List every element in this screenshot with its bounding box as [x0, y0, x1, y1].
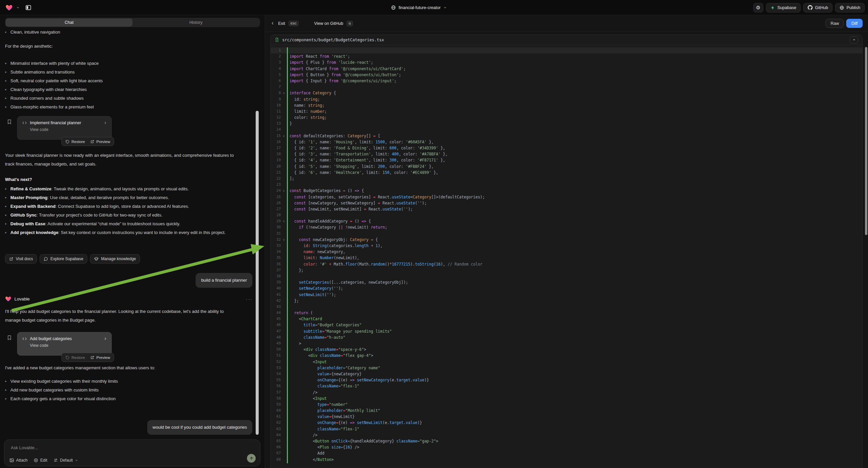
code-line: 54 value={newCategory}	[271, 371, 862, 377]
fold-spacer	[281, 383, 287, 389]
fold-spacer	[281, 408, 287, 414]
visit-docs-button[interactable]: Visit docs	[5, 254, 37, 264]
file-bar[interactable]: src/components/budget/BudgetCategories.t…	[271, 35, 862, 45]
line-number: 53	[271, 365, 281, 371]
fold-spacer	[281, 438, 287, 444]
settings-button[interactable]: ⚙	[753, 3, 763, 12]
code-icon	[22, 120, 27, 125]
diff-toggle-button[interactable]: Diff	[846, 19, 863, 28]
list-item: Minimalist interface with plenty of whit…	[0, 59, 242, 68]
publish-button[interactable]: Publish	[835, 3, 865, 12]
code-line: 2import React from 'react';	[271, 53, 862, 59]
code-text: const BudgetCategories = () => {	[287, 188, 364, 194]
code-editor[interactable]: 12import React from 'react';3import { Pl…	[271, 47, 862, 463]
code-line: 9 id: string;	[271, 96, 862, 103]
message-menu-button[interactable]: ···	[246, 296, 253, 302]
exit-button[interactable]: Exit	[278, 21, 285, 26]
code-line: 55 onChange={(e) => setNewCategory(e.tar…	[271, 377, 862, 383]
explore-supabase-button[interactable]: Explore Supabase	[39, 254, 87, 264]
fold-chevron-icon[interactable]: ∨	[281, 90, 287, 96]
file-added-icon	[275, 38, 279, 42]
code-text: value={newCategory}	[287, 371, 362, 377]
fold-chevron-icon[interactable]: ∨	[281, 218, 287, 224]
fold-spacer	[281, 200, 287, 206]
list-item: Clean, intuitive navigation	[0, 28, 242, 37]
fold-spacer	[281, 396, 287, 402]
view-code-link[interactable]: View code	[18, 125, 112, 132]
send-button[interactable]	[247, 454, 256, 463]
lovable-logo-heart-icon[interactable]	[5, 4, 13, 11]
github-button[interactable]: GitHub	[803, 3, 832, 12]
code-line: 40 setNewCategory('');	[271, 285, 862, 291]
github-icon	[808, 5, 813, 10]
fold-chevron-icon[interactable]: ∨	[281, 188, 287, 194]
code-text: subtitle="Manage your spending limits"	[287, 328, 392, 334]
attach-button[interactable]: Attach	[9, 458, 28, 463]
code-text: interface Category {	[287, 90, 336, 96]
supabase-button[interactable]: Supabase	[766, 3, 801, 12]
line-number: 14	[271, 126, 281, 133]
code-text: <Input	[287, 396, 327, 402]
manage-knowledge-button[interactable]: Manage knowledge	[90, 254, 140, 264]
fold-spacer	[281, 157, 287, 163]
graduation-cap-icon	[94, 257, 99, 261]
sliders-icon	[53, 458, 58, 463]
model-selector[interactable]: Default	[53, 458, 78, 463]
file-path: src/components/budget/BudgetCategories.t…	[282, 38, 846, 42]
chevron-left-icon[interactable]	[271, 21, 275, 26]
chat-scrollbar-thumb[interactable]	[256, 111, 259, 435]
restore-button[interactable]: Restore	[65, 355, 85, 359]
preview-button[interactable]: Preview	[90, 355, 110, 359]
view-code-link[interactable]: View code	[18, 341, 112, 348]
bookmark-icon[interactable]	[7, 119, 12, 124]
restore-button[interactable]: Restore	[65, 140, 85, 144]
code-line: 57 />	[271, 389, 862, 396]
line-number: 28	[271, 212, 281, 218]
view-on-github-button[interactable]: View on GitHub	[314, 21, 343, 26]
tab-history[interactable]: History	[132, 19, 259, 27]
fold-chevron-icon[interactable]: ∨	[281, 133, 287, 139]
line-number: 51	[271, 352, 281, 358]
collapse-file-button[interactable]	[849, 36, 858, 43]
code-line: 6import { Input } from '@/components/ui/…	[271, 78, 862, 84]
line-number: 9	[271, 96, 281, 103]
version-card-add-budget-categories[interactable]: Add budget categories View code	[17, 332, 112, 355]
code-line: 19 { id: '4', name: 'Entertainment', lim…	[271, 157, 862, 163]
line-number: 34	[271, 249, 281, 255]
version-card-implement-financial-planner[interactable]: Implement financial planner View code	[17, 116, 112, 140]
code-line: 3import { Plus } from 'lucide-react';	[271, 59, 862, 65]
fold-spacer	[281, 66, 287, 72]
code-text: { id: '6', name: 'Healthcare', limit: 15…	[287, 170, 438, 176]
preview-button[interactable]: Preview	[90, 140, 110, 144]
fold-spacer	[281, 457, 287, 463]
line-number: 7	[271, 84, 281, 90]
line-number: 22	[271, 176, 281, 182]
chevron-down-icon[interactable]	[16, 6, 20, 9]
esc-shortcut-badge: ESC	[288, 21, 299, 26]
line-number: 21	[271, 170, 281, 176]
fold-chevron-icon[interactable]: ∨	[281, 237, 287, 243]
raw-toggle-button[interactable]: Raw	[826, 19, 844, 28]
fold-spacer	[281, 352, 287, 358]
code-text: limit: number;	[287, 109, 327, 115]
list-item: Subtle animations and transitions	[0, 68, 242, 77]
code-text: />	[287, 432, 317, 438]
project-title: financial-future-creator	[399, 5, 440, 10]
chat-input[interactable]: Ask Lovable... Attach Edit Default	[4, 439, 260, 466]
code-text: };	[287, 267, 304, 273]
line-number: 41	[271, 292, 281, 298]
sidebar-toggle-icon[interactable]	[25, 4, 32, 11]
code-scrollbar-thumb[interactable]	[865, 47, 867, 235]
line-number: 15	[271, 133, 281, 139]
tab-chat[interactable]: Chat	[6, 19, 132, 27]
code-line: 16 { id: '1', name: 'Housing', limit: 15…	[271, 139, 862, 145]
code-line: 41 setNewLimit('');	[271, 292, 862, 298]
code-line: 26 const [newCategory, setNewCategory] =…	[271, 200, 862, 206]
project-switcher[interactable]: financial-future-creator	[391, 0, 447, 15]
code-line: 45 <ChartCard	[271, 316, 862, 322]
edit-mode-button[interactable]: Edit	[34, 458, 47, 463]
code-text: name: string;	[287, 103, 324, 109]
code-text: <Input	[287, 359, 327, 365]
external-link-icon	[90, 140, 94, 144]
bookmark-icon[interactable]	[7, 335, 12, 341]
